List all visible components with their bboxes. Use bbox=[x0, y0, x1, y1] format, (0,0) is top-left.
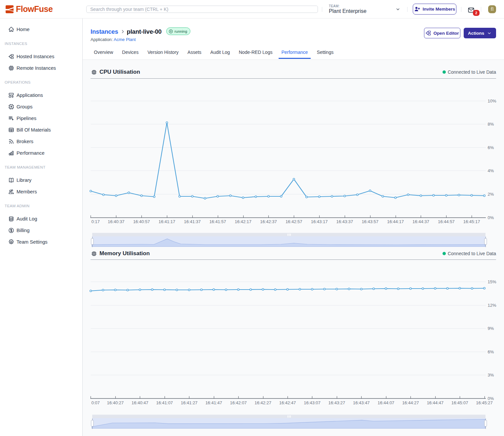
svg-text:16:40:57: 16:40:57 bbox=[133, 219, 150, 224]
svg-text:16:43:07: 16:43:07 bbox=[304, 400, 321, 405]
svg-text:3%: 3% bbox=[488, 373, 494, 377]
svg-text:16:44:37: 16:44:37 bbox=[412, 219, 429, 224]
svg-text:16:42:57: 16:42:57 bbox=[286, 219, 302, 224]
svg-text:16:43:17: 16:43:17 bbox=[311, 219, 328, 224]
svg-text:16:44:27: 16:44:27 bbox=[402, 400, 419, 405]
svg-text:16:42:07: 16:42:07 bbox=[230, 400, 247, 405]
svg-text:16:44:07: 16:44:07 bbox=[377, 400, 394, 405]
svg-text:9%: 9% bbox=[488, 326, 494, 331]
svg-text:16:43:57: 16:43:57 bbox=[362, 219, 378, 224]
svg-text:16:41:27: 16:41:27 bbox=[181, 400, 198, 405]
svg-text:16:41:07: 16:41:07 bbox=[156, 400, 173, 405]
svg-text:16:44:17: 16:44:17 bbox=[387, 219, 404, 224]
svg-text:16:42:17: 16:42:17 bbox=[235, 219, 252, 224]
svg-text:0%: 0% bbox=[488, 215, 494, 220]
svg-text:16:44:57: 16:44:57 bbox=[438, 219, 455, 224]
svg-text:16:40:37: 16:40:37 bbox=[108, 219, 125, 224]
svg-text:16:42:37: 16:42:37 bbox=[260, 219, 277, 224]
svg-text:16:41:17: 16:41:17 bbox=[159, 219, 175, 224]
svg-text:10%: 10% bbox=[488, 99, 496, 103]
svg-text:16:41:57: 16:41:57 bbox=[209, 219, 226, 224]
svg-text:8%: 8% bbox=[488, 122, 494, 127]
svg-text:6%: 6% bbox=[488, 145, 494, 150]
svg-text:16:43:37: 16:43:37 bbox=[336, 219, 353, 224]
svg-text:0:17: 0:17 bbox=[92, 219, 100, 224]
svg-text:4%: 4% bbox=[488, 168, 494, 173]
svg-text:16:42:27: 16:42:27 bbox=[254, 400, 271, 405]
svg-text:16:45:17: 16:45:17 bbox=[463, 219, 480, 224]
svg-text:16:41:37: 16:41:37 bbox=[184, 219, 201, 224]
svg-text:16:44:47: 16:44:47 bbox=[427, 400, 444, 405]
svg-text:12%: 12% bbox=[488, 303, 496, 308]
svg-text:0:07: 0:07 bbox=[92, 400, 100, 405]
svg-text:2%: 2% bbox=[488, 192, 494, 197]
svg-text:16:41:47: 16:41:47 bbox=[205, 400, 222, 405]
svg-text:16:40:27: 16:40:27 bbox=[107, 400, 124, 405]
svg-text:6%: 6% bbox=[488, 349, 494, 354]
svg-text:15%: 15% bbox=[488, 279, 496, 284]
svg-text:16:43:47: 16:43:47 bbox=[353, 400, 370, 405]
svg-text:16:40:47: 16:40:47 bbox=[132, 400, 148, 405]
svg-text:16:45:07: 16:45:07 bbox=[451, 400, 468, 405]
svg-text:16:45:27: 16:45:27 bbox=[476, 400, 493, 405]
svg-text:16:42:47: 16:42:47 bbox=[279, 400, 296, 405]
svg-text:16:43:27: 16:43:27 bbox=[329, 400, 345, 405]
